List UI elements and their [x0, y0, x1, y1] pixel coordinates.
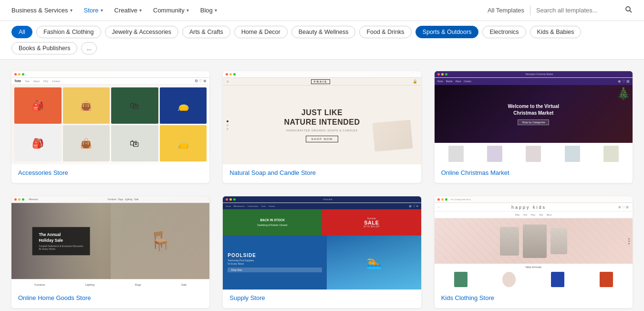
dot-green [445, 73, 447, 75]
card-thumb-home: Afternoon Furniture Rugs Lighting Sale T… [11, 196, 209, 290]
home-content: The AnnualHoliday Sale Curated Selection… [11, 203, 209, 279]
supply-sale-off: UP TO 30% OFF [364, 225, 380, 228]
card-thumb-supply: POOLSER Home Maintenance Construction To… [223, 196, 421, 290]
svg-point-0 [626, 7, 630, 11]
filter-jewelry[interactable]: Jewelry & Accessories [105, 26, 178, 38]
browser-bar-kids: Fun Clothing Kids Store [435, 196, 633, 203]
browser-bar [11, 71, 209, 78]
supply-poolside-sub: Swimming Pool Suppliesfor Every Need [228, 259, 322, 266]
home-cat-sale: Sale [181, 283, 187, 286]
filter-all[interactable]: All [11, 26, 32, 38]
card-natural-soap[interactable]: ☰ FRAIS 🔒 [223, 71, 421, 183]
dot-yellow [18, 73, 21, 75]
christmas-content: Home Market About Contact ⊕ ♡ ⊞ 🎄 [435, 78, 633, 164]
home-cat-lighting: Lighting [85, 283, 94, 286]
nav-item-store[interactable]: Store ▾ [84, 7, 103, 14]
card-christmas-market[interactable]: Newington Christmas Market Home Market A… [435, 71, 633, 183]
card-label-home-goods: Online Home Goods Store [11, 290, 209, 308]
dot-yellow [441, 73, 444, 75]
card-kids-clothing[interactable]: Fun Clothing Kids Store ≡ happy kids ⊕ ♡… [435, 196, 633, 308]
dot-red [437, 198, 440, 201]
supply-poolside-cta: Shop Now [228, 268, 322, 272]
home-cat-rugs: Rugs [135, 283, 141, 286]
home-cat-furniture: Furniture [34, 283, 45, 286]
nav-label-store: Store [84, 7, 99, 14]
dot-green [233, 198, 236, 201]
browser-bar-home: Afternoon Furniture Rugs Lighting Sale [11, 196, 209, 203]
filter-kids[interactable]: Kids & Babies [530, 26, 582, 38]
chevron-down-icon: ▾ [139, 8, 142, 13]
dot-green [22, 73, 24, 75]
soap-content: ☰ FRAIS 🔒 [223, 78, 421, 164]
filter-arts[interactable]: Arts & Crafts [182, 26, 230, 38]
dot-yellow [441, 198, 444, 201]
card-label-supply: Supply Store [223, 290, 421, 308]
card-label-kids: Kids Clothing Store [435, 290, 633, 308]
filter-food[interactable]: Food & Drinks [359, 26, 411, 38]
nav-item-community[interactable]: Community ▾ [153, 7, 189, 14]
dot-yellow [229, 73, 232, 75]
dot-yellow [229, 198, 232, 201]
soap-cta: SHOP NOW [306, 136, 338, 142]
soap-tagline: JUST LIKENATURE INTENDED [284, 108, 360, 127]
filter-beauty[interactable]: Beauty & Wellness [291, 26, 356, 38]
chevron-down-icon: ▾ [101, 8, 103, 13]
soap-brand: FRAIS [311, 79, 330, 84]
nav-left: Business & Services ▾ Store ▾ Creative ▾… [11, 7, 217, 14]
filter-bar: All Fashion & Clothing Jewelry & Accesso… [0, 21, 644, 60]
filter-sports[interactable]: Sports & Outdoors [415, 26, 479, 38]
nav-item-creative[interactable]: Creative ▾ [114, 7, 142, 14]
dot-red [14, 198, 17, 201]
card-supply-store[interactable]: POOLSER Home Maintenance Construction To… [223, 196, 421, 308]
nav-right: All Templates [488, 6, 633, 15]
card-label-christmas: Online Christmas Market [435, 164, 633, 183]
template-grid: Tote Tote About FAQ Contact ⚙ ♡ ⊕ 🎒 👜 [11, 71, 633, 308]
card-label-accessories: Accessories Store [11, 164, 209, 183]
search-input[interactable] [536, 7, 622, 14]
nav-label-creative: Creative [114, 7, 137, 14]
supply-left: BACK IN STOCKSanitizing & Robotic Cleane… [257, 218, 288, 226]
nav-label-business: Business & Services [11, 7, 68, 14]
home-badge-title: The AnnualHoliday Sale [39, 232, 83, 244]
chevron-down-icon: ▾ [70, 8, 73, 13]
dot-green [445, 198, 447, 201]
xmas-cta: Shop by Categories [518, 119, 549, 125]
card-thumb-accessories: Tote Tote About FAQ Contact ⚙ ♡ ⊕ 🎒 👜 [11, 71, 209, 164]
supply-poolside: POOLSIDE [228, 253, 322, 258]
filter-more[interactable]: ... [81, 42, 96, 54]
browser-bar-soap [223, 71, 421, 78]
filter-electronics[interactable]: Electronics [482, 26, 526, 38]
dot-red [14, 73, 17, 75]
dot-red [437, 73, 440, 75]
browser-bar-supply: POOLSER [223, 196, 421, 203]
card-home-goods[interactable]: Afternoon Furniture Rugs Lighting Sale T… [11, 196, 209, 308]
supply-sale: SALE [364, 220, 379, 225]
nav-label-community: Community [153, 7, 185, 14]
kids-content: ≡ happy kids ⊕ ♡ ⊞ Baby Girls Boys Sale … [435, 203, 633, 290]
nav-item-blog[interactable]: Blog ▾ [200, 7, 217, 14]
card-accessories-store[interactable]: Tote Tote About FAQ Contact ⚙ ♡ ⊕ 🎒 👜 [11, 71, 209, 183]
browser-bar-xmas: Newington Christmas Market [435, 71, 633, 78]
soap-sub: HANDCRAFTED ORGANIC SOAPS & CANDLES [284, 129, 360, 132]
dot-yellow [18, 198, 21, 201]
filter-fashion[interactable]: Fashion & Clothing [36, 26, 101, 38]
chevron-down-icon: ▾ [187, 8, 189, 13]
filter-home-decor[interactable]: Home & Decor [234, 26, 288, 38]
home-categories: Furniture Lighting Rugs Sale [11, 279, 209, 290]
all-templates-label: All Templates [488, 7, 524, 14]
top-nav: Business & Services ▾ Store ▾ Creative ▾… [0, 0, 644, 21]
dot-red [226, 73, 228, 75]
dot-red [226, 198, 228, 201]
search-wrapper [536, 6, 633, 15]
search-icon[interactable] [625, 6, 633, 15]
kids-site-title: happy kids [511, 205, 546, 210]
supply-content: Home Maintenance Construction Tools Cont… [223, 203, 421, 290]
nav-label-blog: Blog [200, 7, 213, 14]
xmas-title: Welcome to the VirtualChristmas Market [508, 103, 559, 117]
card-thumb-soap: ☰ FRAIS 🔒 [223, 71, 421, 164]
nav-item-business[interactable]: Business & Services ▾ [11, 7, 73, 14]
nav-divider [530, 6, 530, 15]
home-badge-sub: Curated Selections & Exclusive Discounts… [39, 245, 83, 250]
card-thumb-kids: Fun Clothing Kids Store ≡ happy kids ⊕ ♡… [435, 196, 633, 290]
filter-books[interactable]: Books & Publishers [11, 42, 77, 54]
